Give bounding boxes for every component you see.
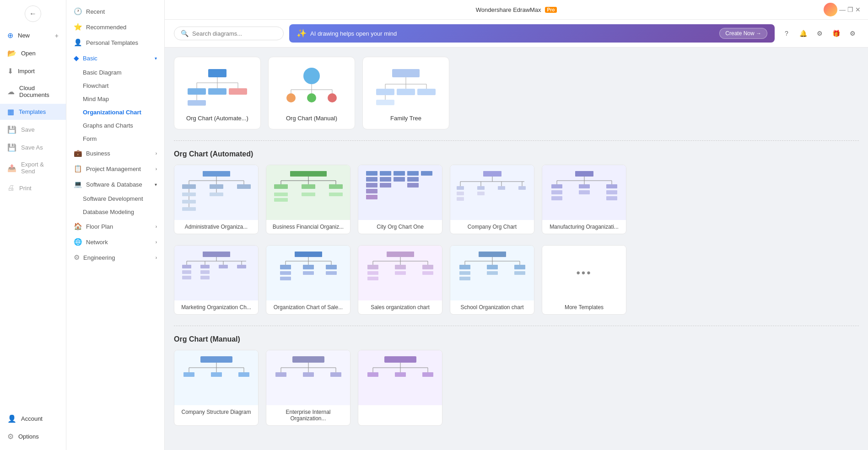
tmpl-manual-1[interactable]: Company Structure Diagram bbox=[174, 350, 259, 426]
more-templates-img: ••• bbox=[542, 246, 626, 300]
manual-1-img bbox=[174, 350, 258, 405]
sidebar-item-basic[interactable]: ◆ Basic ▾ bbox=[66, 50, 164, 66]
recent-icon: 🕐 bbox=[74, 7, 82, 16]
help-icon[interactable]: ? bbox=[780, 27, 793, 40]
gift-icon[interactable]: 🎁 bbox=[830, 27, 842, 40]
nav-open-label: Open bbox=[21, 50, 36, 57]
svg-rect-110 bbox=[182, 265, 191, 268]
notification-icon[interactable]: 🔔 bbox=[797, 27, 809, 40]
tmpl-manual-3[interactable]: - bbox=[358, 350, 442, 426]
sidebar-item-recommended[interactable]: ⭐ Recommended bbox=[66, 19, 164, 35]
tmpl-more-templates[interactable]: ••• More Templates bbox=[542, 245, 626, 315]
sidebar-sub-software-dev[interactable]: Software Development bbox=[66, 192, 164, 205]
svg-rect-100 bbox=[579, 190, 590, 194]
sidebar-sub-org-chart[interactable]: Organizational Chart bbox=[66, 106, 164, 119]
sidebar-item-personal[interactable]: 👤 Personal Templates bbox=[66, 35, 164, 50]
svg-rect-65 bbox=[366, 195, 377, 199]
search-input[interactable] bbox=[192, 30, 277, 37]
chevron-down-icon: ▾ bbox=[155, 56, 157, 61]
svg-rect-114 bbox=[182, 270, 191, 274]
nav-cloud[interactable]: ☁ Cloud Documents bbox=[0, 81, 66, 102]
sidebar-sub-mind-map[interactable]: Mind Map bbox=[66, 92, 164, 106]
svg-rect-39 bbox=[237, 184, 251, 189]
org-manual-section: Org Chart (Manual) bbox=[174, 335, 859, 426]
nav-print[interactable]: 🖨 Print bbox=[0, 180, 66, 196]
svg-rect-166 bbox=[292, 356, 324, 363]
tmpl-admin-org[interactable]: Administrative Organiza... bbox=[174, 165, 259, 234]
svg-rect-82 bbox=[457, 186, 464, 190]
svg-rect-164 bbox=[211, 372, 222, 377]
sidebar-item-project[interactable]: 📋 Project Management › bbox=[66, 161, 164, 177]
tmpl-school-org[interactable]: School Organization chart bbox=[450, 245, 534, 315]
tmpl-manufacturing[interactable]: Manufacturing Oraganizati... bbox=[542, 165, 626, 234]
nav-new[interactable]: ⊕ New + bbox=[0, 27, 66, 43]
nav-account[interactable]: 👤 Account bbox=[0, 411, 66, 427]
nav-saveas[interactable]: 💾 Save As bbox=[0, 139, 66, 155]
svg-rect-155 bbox=[487, 271, 498, 275]
nav-import[interactable]: ⬇ Import bbox=[0, 63, 66, 79]
minimize-button[interactable]: — bbox=[839, 6, 846, 13]
sidebar-item-network[interactable]: 🌐 Network › bbox=[66, 234, 164, 250]
nav-save[interactable]: 💾 Save bbox=[0, 122, 66, 138]
back-button[interactable]: ← bbox=[25, 5, 41, 22]
sidebar-item-business[interactable]: 💼 Business › bbox=[66, 145, 164, 161]
sidebar-item-software[interactable]: 💻 Software & Database ▾ bbox=[66, 177, 164, 192]
floor-plan-icon: 🏠 bbox=[74, 222, 82, 230]
svg-point-17 bbox=[286, 93, 296, 102]
svg-rect-154 bbox=[459, 277, 470, 280]
maximize-button[interactable]: ❐ bbox=[847, 6, 853, 13]
nav-open[interactable]: 📂 Open bbox=[0, 45, 66, 61]
svg-rect-43 bbox=[182, 200, 196, 204]
svg-rect-8 bbox=[229, 88, 247, 95]
nav-cloud-label: Cloud Documents bbox=[19, 85, 59, 98]
svg-rect-0 bbox=[208, 69, 226, 77]
nav-rail: ← ⊕ New + 📂 Open ⬇ Import ☁ Cloud Docume… bbox=[0, 0, 66, 450]
family-tree-label: Family Tree bbox=[390, 115, 421, 122]
top-card-org-manual[interactable]: Org Chart (Manual) bbox=[268, 57, 355, 129]
user-avatar[interactable] bbox=[824, 3, 837, 16]
nav-export[interactable]: 📤 Export & Send bbox=[0, 157, 66, 178]
sidebar-item-floor-plan[interactable]: 🏠 Floor Plan › bbox=[66, 219, 164, 234]
tmpl-manual-2[interactable]: Enterprise Internal Organization... bbox=[266, 350, 350, 426]
svg-rect-150 bbox=[459, 265, 470, 269]
svg-rect-54 bbox=[274, 184, 288, 189]
top-card-org-auto[interactable]: Org Chart (Automate...) bbox=[174, 57, 261, 129]
add-icon: + bbox=[55, 32, 59, 39]
sidebar-item-recent[interactable]: 🕐 Recent bbox=[66, 4, 164, 19]
svg-rect-6 bbox=[188, 88, 206, 95]
svg-rect-74 bbox=[421, 171, 432, 176]
sidebar-network-label: Network bbox=[86, 239, 108, 246]
top-card-family-tree[interactable]: Family Tree bbox=[362, 57, 449, 129]
tmpl-company-org[interactable]: Company Org Chart bbox=[450, 165, 534, 234]
sidebar-sub-flowchart[interactable]: Flowchart bbox=[66, 79, 164, 92]
community-icon[interactable]: ⚙ bbox=[813, 27, 826, 40]
sidebar-sub-db-modeling[interactable]: Database Modeling bbox=[66, 205, 164, 219]
cloud-icon: ☁ bbox=[7, 87, 15, 96]
sidebar-project-label: Project Management bbox=[86, 166, 141, 172]
tmpl-biz-fin[interactable]: Business Financial Organiz... bbox=[266, 165, 350, 234]
sidebar-sub-form[interactable]: Form bbox=[66, 132, 164, 145]
tmpl-city-org[interactable]: City Org Chart One bbox=[358, 165, 442, 234]
family-tree-preview bbox=[369, 64, 442, 110]
nav-options[interactable]: ⚙ Options bbox=[0, 429, 66, 445]
close-button[interactable]: ✕ bbox=[855, 6, 861, 13]
search-box[interactable]: 🔍 bbox=[174, 27, 284, 40]
tmpl-org-sales[interactable]: Organization Chart of Sale... bbox=[266, 245, 350, 315]
org-manual-preview bbox=[275, 64, 348, 110]
tmpl-marketing-org[interactable]: Marketing Organization Ch... bbox=[174, 245, 259, 315]
sidebar-item-engineering[interactable]: ⚙ Engineering › bbox=[66, 250, 164, 265]
app-name: Wondershare EdrawMax bbox=[476, 6, 541, 13]
sidebar-sub-basic-diagram[interactable]: Basic Diagram bbox=[66, 66, 164, 79]
tmpl-sales-org[interactable]: Sales organization chart bbox=[358, 245, 442, 315]
sidebar-sub-graphs[interactable]: Graphs and Charts bbox=[66, 119, 164, 132]
biz-fin-img bbox=[266, 165, 350, 220]
settings-icon[interactable]: ⚙ bbox=[846, 27, 859, 40]
recommended-icon: ⭐ bbox=[74, 23, 82, 31]
nav-templates[interactable]: ▦ Templates bbox=[0, 104, 66, 120]
svg-rect-31 bbox=[203, 171, 230, 177]
tmpl-sales-org-label: Sales organization chart bbox=[358, 300, 442, 314]
marketing-org-img bbox=[174, 246, 258, 300]
tmpl-biz-fin-label: Business Financial Organiz... bbox=[266, 220, 350, 234]
section-divider-1 bbox=[174, 140, 859, 141]
create-now-button[interactable]: Create Now → bbox=[719, 28, 767, 39]
